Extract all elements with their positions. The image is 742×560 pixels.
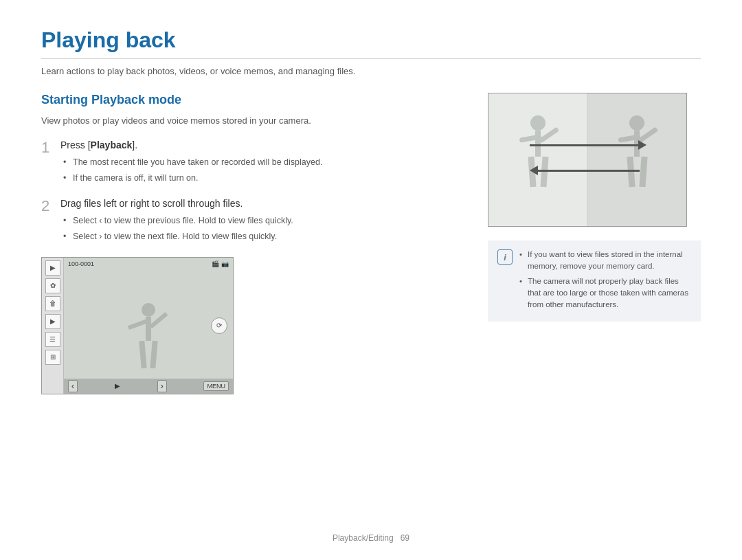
step-2-number: 2 [41,197,54,215]
cam-mode-icons: 🎬 📷 [212,260,229,267]
note-text: If you want to view files stored in the … [519,249,691,313]
page-subtitle: Learn actions to play back photos, video… [41,66,701,76]
cam-icon-video: ▶ [45,314,60,329]
cam-main: 100-0001 🎬 📷 ⟳ [64,258,233,394]
cam-next-btn[interactable]: › [157,380,167,392]
figure-leg-left [139,340,146,368]
page-title: Playing back [41,27,701,53]
step-2-content: Drag files left or right to scroll throu… [60,197,460,246]
cam-play-icon: ▶ [115,382,120,390]
arrow-left [530,166,640,175]
content-columns: Starting Playback mode View photos or pl… [41,93,701,394]
scroll-panel-right [587,93,686,226]
section-heading: Starting Playback mode [41,93,460,107]
section-description: View photos or play videos and voice mem… [41,114,460,128]
note-bullet-2: The camera will not properly play back f… [519,276,691,311]
cam-icon-grid: ⊞ [45,350,60,365]
cam-header: 100-0001 🎬 📷 [64,260,233,267]
step-1-bullets: The most recent file you have taken or r… [60,156,460,185]
right-column: i If you want to view files stored in th… [488,93,701,322]
cam-menu-btn[interactable]: MENU [203,381,229,391]
arrow-right [530,140,647,150]
title-divider [41,58,701,59]
step-1-bold: Playback [91,139,133,150]
step-1-content: Press [Playback]. The most recent file y… [60,139,460,188]
step-1-bullet-2: If the camera is off, it will turn on. [63,172,460,185]
step-2: 2 Drag files left or right to scroll thr… [41,197,460,246]
step-1-number: 1 [41,139,54,157]
footer-page-number: 69 [401,533,409,543]
scroll-panel-left [488,93,587,226]
scroll-illustration [488,93,687,227]
figure-leg-right [150,340,157,368]
cam-toolbar: ▶ ✿ 🗑 ▶ ☰ ⊞ [42,258,64,394]
cam-prev-btn[interactable]: ‹ [68,380,78,392]
camera-screen-mockup: ▶ ✿ 🗑 ▶ ☰ ⊞ 100-0001 🎬 📷 [41,257,234,394]
cam-icon-play: ▶ [45,260,60,276]
note-box: i If you want to view files stored in th… [488,240,701,322]
left-column: Starting Playback mode View photos or pl… [41,93,460,394]
cam-icon-menu: ☰ [45,332,60,347]
cam-counter: 100-0001 [68,260,94,267]
step-2-title: Drag files left or right to scroll throu… [60,197,460,211]
cam-icon-delete: 🗑 [45,296,60,311]
step-2-bullet-1: Select ‹ to view the previous file. Hold… [63,214,460,227]
footer-label: Playback/Editing [333,533,394,543]
cam-rotate-icon: ⟳ [211,317,227,334]
cam-icon-photo: ✿ [45,278,60,293]
figure-head [142,303,155,317]
step-1-title: Press [Playback]. [60,139,460,153]
step-1: 1 Press [Playback]. The most recent file… [41,139,460,188]
step-2-bullets: Select ‹ to view the previous file. Hold… [60,214,460,243]
step-1-bullet-1: The most recent file you have taken or r… [63,156,460,169]
note-icon: i [497,249,513,265]
note-bullet-1: If you want to view files stored in the … [519,249,691,273]
page-footer: Playback/Editing 69 [0,533,742,543]
step-2-bullet-2: Select › to view the next file. Hold to … [63,230,460,243]
cam-footer: ‹ ▶ › MENU [64,379,233,394]
note-box-inner: i If you want to view files stored in th… [497,249,691,313]
